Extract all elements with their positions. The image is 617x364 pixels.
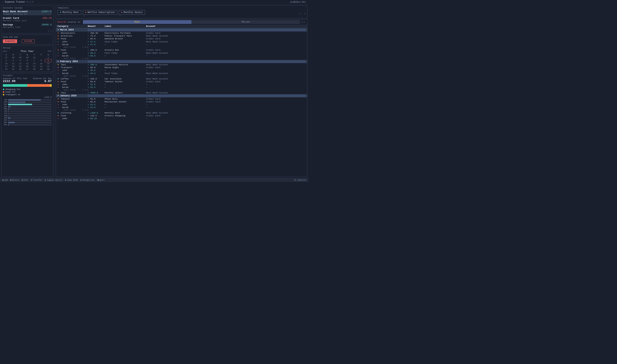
dot-clothing-1200: ● xyxy=(57,112,59,114)
split-john-4: × John + 32.5 − − xyxy=(56,83,307,86)
split-john-3: × John + 45.0 − − xyxy=(56,69,307,72)
records-header: Records Display by: Date Person q w xyxy=(56,19,307,25)
template-netflix[interactable]: ● Netflix Subscription xyxy=(83,10,117,15)
shortcut-add: a Add xyxy=(2,179,8,181)
left-panel: Accounts (using) Main Bank Account 11957… xyxy=(0,4,55,178)
template-monthly-salary[interactable]: ● Monthly Salary xyxy=(119,10,145,15)
period-prev[interactable]: <<< xyxy=(3,50,7,53)
bottom-bar: a Add d Delete e Edit t Transfer s Toggl… xyxy=(0,178,308,182)
account-item-cc[interactable]: Credit Card -980.49 Monthly credit card xyxy=(3,17,52,22)
period-next[interactable]: >>> xyxy=(47,50,52,53)
tab-divider: / xyxy=(19,40,20,43)
templates-title: Templates xyxy=(57,7,306,9)
legend-food: Food 47% xyxy=(3,91,52,93)
records-shortcuts: q w xyxy=(302,21,306,23)
record-transport-90[interactable]: ● Transport − 90.0 Movie Night Credit Ca… xyxy=(56,66,307,69)
record-food-180[interactable]: ● Food − 180.0 Grocery Run Credit Card xyxy=(56,49,307,51)
split-sarah-5: × Sarah + 42.5 − − xyxy=(56,106,307,109)
bar-jan: Jan xyxy=(3,99,52,101)
dot-taxi-4000: ● xyxy=(57,91,59,94)
expense-tab[interactable]: Expense xyxy=(3,39,17,43)
accounts-panel: Accounts (using) Main Bank Account 11957… xyxy=(1,5,53,34)
month-header-march[interactable]: > March 2024 xyxy=(56,28,307,32)
record-food-85[interactable]: ● Food − 85.0 Restaurant Dinner Credit C… xyxy=(56,100,307,103)
dot-restaurants: ● xyxy=(57,32,59,34)
dot-food-65: ● xyxy=(57,80,59,83)
split-john-5: × John + 42.5 − − xyxy=(56,103,307,106)
shortcut-quit: ^q Quit xyxy=(97,179,105,181)
dot-groceries: ● xyxy=(57,35,59,37)
record-food-65[interactable]: ● Food − 65.0 Takeout Dinner Credit Card xyxy=(56,80,307,83)
insights-perday: 6.07 xyxy=(33,80,52,83)
split-sarah-1: × Sarah + 47.5 − − xyxy=(56,43,307,46)
split-john-1: ✓ John + 47.5 Paid Today Main Bank Accou… xyxy=(56,40,307,43)
record-taxi-4000[interactable]: ● Taxi + 4000.0 Monthly Salary Main Bank… xyxy=(56,91,307,94)
tab-date[interactable]: Date xyxy=(83,20,192,24)
record-food-95[interactable]: ● Food − 95.0 Weekend Brunch Credit Card xyxy=(56,37,307,40)
app-container: ← Expense Tracker 0.1.0 jax@Jaxs-Air Acc… xyxy=(0,0,308,182)
income-tab[interactable]: Income xyxy=(22,39,35,43)
record-restaurants[interactable]: ● Restaurants − 299.99 Electronics Purch… xyxy=(56,32,307,34)
insights-exp-label: Expense of This Year xyxy=(3,77,28,80)
records-title: Records xyxy=(57,21,66,23)
view-add-title: View and add xyxy=(3,36,52,38)
templates-panel: Templates ● Monthly Rent 1 ● Netflix Sub… xyxy=(56,5,307,18)
record-taxi-200[interactable]: ● Taxi + 200.0 Investment Returns Main B… xyxy=(56,63,307,66)
template-monthly-rent[interactable]: ● Monthly Rent xyxy=(57,10,81,15)
bar-jul: Jul xyxy=(3,112,52,115)
period-label: This Year xyxy=(21,50,34,53)
record-food-1205[interactable]: ● Food − 120.5 Grocery Shopping Credit C… xyxy=(56,114,307,117)
shortcut-edit: e Edit xyxy=(22,179,28,181)
february-bar xyxy=(88,60,306,63)
records-table-header: Category Amount Label Account xyxy=(56,25,307,28)
self-total-2: Self total = 0.0 xyxy=(56,57,307,60)
legend-dot-transport xyxy=(3,94,4,95)
bar-nov: Nov xyxy=(3,121,52,123)
tab-person[interactable]: Person xyxy=(192,20,300,24)
dot-food-1205: ● xyxy=(57,115,59,117)
account-name-cc: Credit Card xyxy=(3,17,19,20)
month-header-february[interactable]: > February 2024 xyxy=(56,60,307,63)
self-total-5: Self total = 0.0 xyxy=(56,109,307,111)
accounts-footer: [ ] xyxy=(3,30,52,32)
view-add-panel: View and add Expense / Income xyxy=(1,35,53,44)
account-balance-cc: -980.49 xyxy=(41,17,52,20)
insights-title: Insights xyxy=(3,74,52,77)
bar-mar: Mar xyxy=(3,103,52,105)
palette-shortcut: ^p palette xyxy=(294,179,306,181)
col-category: Category xyxy=(57,25,88,28)
split-john-2: ✓ John + 90.0 Paid Today Main Bank Accou… xyxy=(56,51,307,54)
account-item-savings[interactable]: Savings 10000.0 Emergency fund xyxy=(3,23,52,28)
record-groceries[interactable]: ● Groceries − 75.0 Public Transport Pass… xyxy=(56,34,307,37)
title-bar: ← Expense Tracker 0.1.0 jax@Jaxs-Air xyxy=(0,0,308,4)
progress-bar xyxy=(3,84,52,87)
record-coffee-150[interactable]: ● Coffee − 150.0 Car Insurance Main Bank… xyxy=(56,77,307,80)
dot-food-95: ● xyxy=(57,38,59,40)
shortcut-toggle-splits: s Toggle Splits xyxy=(45,179,63,181)
accounts-title: Accounts (using) xyxy=(3,7,52,9)
col-extra xyxy=(291,25,306,28)
bar-may: May xyxy=(3,108,52,110)
bar-feb: Feb xyxy=(3,101,52,103)
split-sarah-4: × Sarah + 32.5 − − xyxy=(56,86,307,89)
progress-shopping xyxy=(3,84,27,87)
account-balance-savings: 10000.0 xyxy=(41,23,52,26)
split-sarah-2: × Sarah + 90.0 − − xyxy=(56,54,307,57)
app-title: ← Expense Tracker 0.1.0 xyxy=(2,1,34,3)
split-sarah-3: ✓ Sarah + 45.0 Paid Today Main Bank Acco… xyxy=(56,72,307,75)
record-clothing-1200[interactable]: ● Clothing + 1200.0 Monthly Rent Main Ba… xyxy=(56,111,307,114)
bar-chart-max: 1450.5 xyxy=(3,96,52,98)
record-takeout-45[interactable]: ● Takeout − 45.0 Phone Bill Credit Card xyxy=(56,97,307,100)
hostname: jax@Jaxs-Air xyxy=(290,1,306,3)
account-name-savings: Savings xyxy=(3,23,13,26)
records-scroll[interactable]: > March 2024 ● Restaurants − 299.99 Elec… xyxy=(56,28,307,177)
account-item-main[interactable]: Main Bank Account 11957.5 Primary checki… xyxy=(3,10,52,15)
bar-chart: Jan Feb Mar Apr xyxy=(3,99,52,126)
insights-panel: Insights Expense of This Year 2222.99 Ex… xyxy=(1,73,53,177)
period-panel: Period <<< This Year >>> S M T W T F S 2… xyxy=(1,46,53,72)
shortcut-delete: d Delete xyxy=(10,179,19,181)
insights-total: 2222.99 xyxy=(3,80,28,83)
dot-food-180: ● xyxy=(57,49,59,51)
month-header-january[interactable]: > January 2024 xyxy=(56,94,307,97)
template-label-3: Monthly Salary xyxy=(124,11,143,14)
